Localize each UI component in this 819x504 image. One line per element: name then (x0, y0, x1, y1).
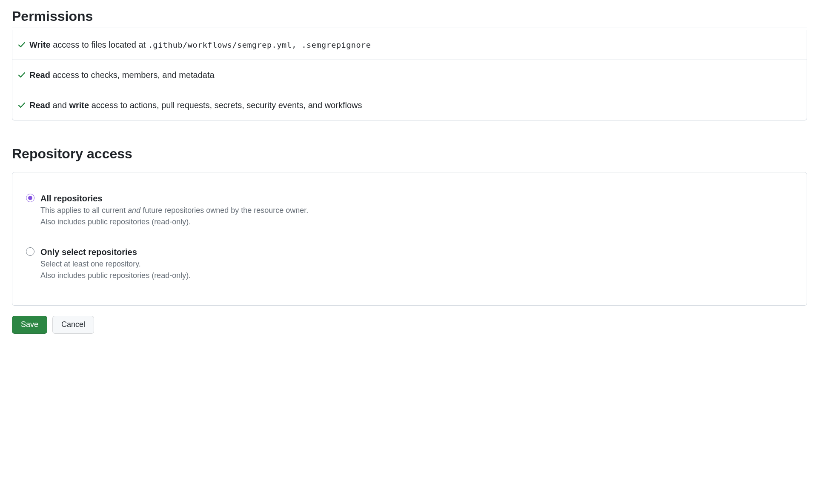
save-button[interactable]: Save (12, 316, 47, 334)
permission-text-rest: access to actions, pull requests, secret… (89, 100, 362, 110)
access-level-label: Read (29, 100, 50, 110)
permission-row-write-files: Write access to files located at .github… (12, 30, 807, 60)
radio-title: Only select repositories (40, 246, 793, 258)
radio-button[interactable] (26, 247, 34, 256)
permission-row-read-write-actions: Read and write access to actions, pull r… (12, 90, 807, 120)
permissions-heading: Permissions (12, 9, 807, 28)
permission-text-connector: and (50, 100, 69, 110)
radio-option-all-repos[interactable]: All repositories This applies to all cur… (26, 193, 793, 228)
repo-access-box: All repositories This applies to all cur… (12, 172, 807, 306)
permission-row-read-checks: Read access to checks, members, and meta… (12, 60, 807, 90)
repo-access-heading: Repository access (12, 146, 807, 165)
radio-desc-part-b: future repositories owned by the resourc… (140, 206, 308, 215)
check-icon (14, 40, 29, 49)
permission-text-middle: access to files located at (51, 40, 148, 49)
radio-description: This applies to all current and future r… (40, 205, 793, 228)
access-level-label: Write (29, 40, 51, 49)
action-buttons-row: Save Cancel (12, 316, 807, 334)
radio-content: Only select repositories Select at least… (40, 246, 793, 281)
access-level-label: Read (29, 70, 50, 80)
permissions-list: Write access to files located at .github… (12, 30, 807, 120)
permission-text: Read and write access to actions, pull r… (29, 99, 807, 112)
radio-button[interactable] (26, 194, 34, 202)
check-icon (14, 101, 29, 109)
radio-desc-italic: and (128, 206, 140, 215)
radio-option-select-repos[interactable]: Only select repositories Select at least… (26, 246, 793, 281)
radio-desc-line2: Also includes public repositories (read-… (40, 271, 191, 280)
access-level-label-2: write (69, 100, 89, 110)
check-icon (14, 71, 29, 79)
radio-description: Select at least one repository. Also inc… (40, 258, 793, 281)
radio-desc-part-a: This applies to all current (40, 206, 128, 215)
radio-desc-line2: Also includes public repositories (read-… (40, 218, 191, 226)
radio-title: All repositories (40, 193, 793, 204)
permission-text: Read access to checks, members, and meta… (29, 69, 807, 81)
cancel-button[interactable]: Cancel (52, 316, 94, 334)
permission-text-rest: access to checks, members, and metadata (50, 70, 215, 80)
file-paths-code: .github/workflows/semgrep.yml, .semgrepi… (148, 40, 371, 49)
radio-desc-line1: Select at least one repository. (40, 260, 141, 268)
permission-text: Write access to files located at .github… (29, 38, 807, 51)
radio-dot-icon (28, 196, 32, 200)
radio-content: All repositories This applies to all cur… (40, 193, 793, 228)
